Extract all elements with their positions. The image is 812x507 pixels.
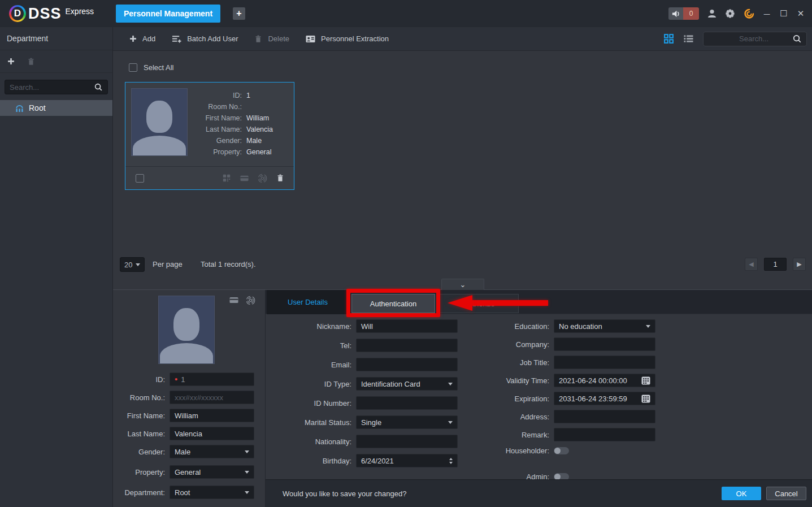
admin-toggle[interactable] — [554, 473, 569, 480]
add-department-icon[interactable] — [7, 57, 15, 66]
birthday-spinner[interactable]: 6/24/2021 — [356, 454, 458, 467]
field-gender: Gender: Male — [113, 445, 265, 458]
annotation-arrow-head — [448, 295, 472, 311]
page-size-select[interactable]: 20 — [120, 257, 145, 272]
sidebar-item-label: Root — [29, 103, 46, 112]
department-search-input[interactable]: Search... — [5, 80, 108, 94]
card-checkbox[interactable] — [136, 174, 144, 183]
select-all-checkbox[interactable] — [129, 63, 137, 72]
tab-user-details[interactable]: User Details — [267, 290, 349, 314]
field-property: Property: General — [113, 465, 265, 479]
department-select[interactable]: Root — [170, 486, 254, 499]
cancel-button[interactable]: Cancel — [766, 487, 806, 500]
calendar-icon[interactable] — [641, 376, 650, 385]
address-input[interactable] — [554, 410, 655, 423]
add-button[interactable]: Add — [129, 34, 155, 43]
tel-input[interactable] — [356, 339, 458, 352]
chevron-down-icon — [646, 325, 650, 328]
select-all-label: Select All — [144, 63, 173, 72]
gender-select[interactable]: Male — [170, 445, 254, 458]
collapse-panel-button[interactable]: ⌄ — [441, 279, 484, 290]
calendar-icon[interactable] — [641, 395, 650, 403]
chevron-down-icon — [136, 263, 140, 266]
field-job-title: Job Title: — [462, 356, 665, 369]
search-icon[interactable] — [792, 34, 802, 44]
notification-count-badge: 0 — [683, 7, 699, 20]
prev-page-button[interactable]: ◀ — [745, 258, 758, 271]
person-detail-panel: ID: • 1 Room No.: xxx#xx#xxxxxx First Na… — [113, 289, 812, 507]
user-account-icon[interactable] — [707, 8, 717, 19]
property-select[interactable]: General — [170, 465, 254, 479]
card-row-room: Room No.: — [192, 101, 289, 112]
company-input[interactable] — [554, 337, 655, 351]
fingerprint-icon[interactable] — [246, 296, 255, 305]
card-row-property: Property:General — [192, 146, 289, 158]
tab-personnel-management[interactable]: Personnel Management — [116, 5, 220, 23]
field-department: Department: Root — [113, 486, 265, 499]
speaker-icon[interactable] — [668, 7, 683, 20]
remark-input[interactable] — [554, 428, 655, 441]
field-birthday: Birthday: 6/24/2021 — [266, 454, 463, 467]
card-issue-icon[interactable] — [229, 296, 239, 305]
batch-add-user-button[interactable]: Batch Add User — [171, 34, 238, 44]
validity-time-input[interactable]: 2021-06-24 00:00:00 — [554, 374, 655, 387]
chevron-down-icon — [448, 383, 453, 385]
delete-person-icon[interactable] — [276, 174, 285, 183]
sidebar-item-root[interactable]: Root — [0, 100, 112, 116]
delete-department-icon[interactable] — [27, 57, 36, 66]
maximize-button[interactable]: ☐ — [779, 8, 788, 19]
title-bar: DSS Express Personnel Management + 0 ─ ☐… — [0, 0, 812, 27]
first-name-input[interactable]: William — [170, 409, 254, 422]
nickname-input[interactable]: Will — [356, 319, 458, 333]
extraction-grid-icon[interactable] — [222, 174, 231, 183]
annotation-arrow-shaft — [471, 300, 548, 306]
close-button[interactable]: ✕ — [796, 8, 805, 19]
current-page-input[interactable]: 1 — [764, 258, 787, 271]
fingerprint-icon[interactable] — [258, 174, 267, 183]
field-address: Address: — [462, 410, 665, 423]
settings-gear-icon[interactable] — [725, 8, 735, 19]
field-validity-time: Validity Time: 2021-06-24 00:00:00 — [462, 374, 665, 387]
delete-button[interactable]: Delete — [254, 34, 289, 44]
personnel-search-placeholder: Search... — [708, 34, 792, 43]
list-view-icon[interactable] — [683, 34, 694, 44]
ok-button[interactable]: OK — [722, 487, 761, 500]
education-select[interactable]: No education — [554, 319, 655, 333]
personnel-search-input[interactable]: Search... — [703, 32, 807, 46]
id-number-input[interactable] — [356, 396, 458, 410]
job-title-input[interactable] — [554, 356, 655, 369]
grid-view-icon[interactable] — [663, 33, 674, 44]
personnel-list: Select All ID:1 Room No.: First Name:Wil… — [113, 51, 812, 289]
field-tel: Tel: — [266, 339, 463, 352]
add-tab-button[interactable]: + — [233, 7, 245, 20]
silhouette-shoulders — [133, 136, 186, 156]
room-no-input[interactable]: xxx#xx#xxxxxx — [170, 391, 254, 404]
alarm-sound-control[interactable]: 0 — [668, 7, 699, 20]
email-input[interactable] — [356, 358, 458, 371]
expiration-input[interactable]: 2031-06-24 23:59:59 — [554, 392, 655, 405]
nationality-input[interactable] — [356, 435, 458, 448]
next-page-button[interactable]: ▶ — [793, 258, 806, 271]
id-input[interactable]: • 1 — [170, 372, 254, 386]
card-row-gender: Gender:Male — [192, 135, 289, 146]
minimize-button[interactable]: ─ — [762, 9, 771, 19]
marital-status-select[interactable]: Single — [356, 415, 458, 429]
chevron-down-icon — [448, 421, 453, 424]
person-card[interactable]: ID:1 Room No.: First Name:William Last N… — [125, 82, 294, 190]
field-id-number: ID Number: — [266, 396, 463, 410]
last-name-input[interactable]: Valencia — [170, 427, 254, 440]
householder-toggle[interactable] — [554, 447, 569, 454]
field-expiration: Expiration: 2031-06-24 23:59:59 — [462, 392, 665, 405]
search-icon — [94, 83, 103, 92]
id-type-select[interactable]: Identification Card — [356, 377, 458, 391]
field-id-type: ID Type: Identification Card — [266, 377, 463, 391]
profile-photo[interactable] — [158, 296, 215, 364]
annotation-rectangle — [346, 289, 440, 317]
chevron-down-icon — [245, 450, 249, 453]
department-panel-title: Department — [0, 27, 112, 50]
card-issue-icon[interactable] — [240, 174, 249, 183]
logo-text-dss: DSS — [28, 5, 62, 23]
spinner-arrows-icon[interactable] — [449, 458, 453, 464]
brand-swirl-icon[interactable] — [743, 8, 754, 19]
personnel-extraction-button[interactable]: Personnel Extraction — [305, 34, 389, 44]
